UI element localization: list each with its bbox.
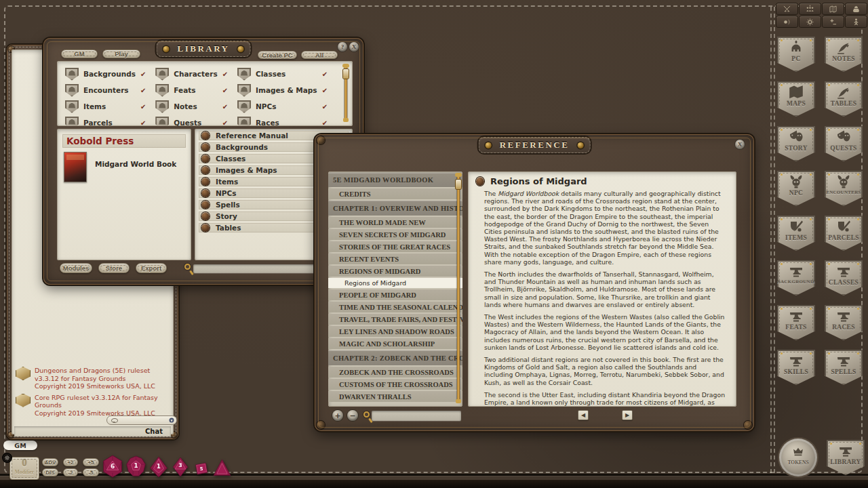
shortcut-spells[interactable]: SPELLS (825, 350, 863, 385)
module-filter-items[interactable]: Items ✔ (65, 98, 155, 115)
toc-item-ley-lines-and-shadow-roads[interactable]: LEY LINES AND SHADOW ROADS (328, 326, 462, 337)
minus5-button[interactable]: -5 (83, 468, 99, 476)
plus2-button[interactable]: +2 (63, 458, 78, 466)
module-midgard-world-book[interactable]: Midgard World Book (64, 152, 184, 182)
library-search-input[interactable] (193, 264, 317, 273)
shortcut-tokens[interactable]: TOKENS (779, 439, 817, 476)
toc-item-travel-trade-fairs-and-festivals[interactable]: TRAVEL, TRADE FAIRS, AND FESTIVALS (328, 314, 462, 325)
plus5-button[interactable]: +5 (83, 458, 99, 466)
chat-mode-button[interactable]: Chat (145, 428, 163, 435)
toc-item-recent-events[interactable]: RECENT EVENTS (328, 253, 462, 264)
library-title-plaque[interactable]: LIBRARY (157, 41, 251, 57)
shortcut-tables[interactable]: TABLES (825, 81, 863, 117)
d20-die[interactable]: 6 (102, 454, 123, 481)
module-filter-npcs[interactable]: NPCs ✔ (237, 98, 337, 115)
help-button[interactable]: ? (338, 42, 347, 52)
dis-button[interactable]: DIS (42, 468, 58, 476)
modules-button[interactable]: Modules (60, 263, 92, 273)
tab-gm[interactable]: GM (61, 49, 98, 58)
module-filter-quests[interactable]: Quests ✔ (155, 115, 237, 126)
zoom-out-button[interactable]: − (347, 410, 358, 421)
tab-all[interactable]: All (301, 51, 338, 59)
d6-die[interactable]: 5 (192, 460, 210, 481)
zoom-in-button[interactable]: + (332, 410, 343, 421)
module-filter-characters[interactable]: Characters ✔ (155, 66, 237, 82)
toc-item-selected-regions-of-midgard[interactable]: Regions of Midgard (328, 278, 462, 288)
gear-icon[interactable] (3, 453, 12, 462)
module-filter-images-maps[interactable]: Images & Maps ✔ (237, 82, 337, 98)
category-link-button[interactable] (201, 189, 210, 197)
shortcut-backgrounds[interactable]: BACKGROUNDS (777, 260, 815, 296)
category-link-button[interactable] (201, 178, 210, 186)
d12-die[interactable]: 1 (125, 455, 146, 481)
shortcut-feats[interactable]: FEATS (777, 305, 815, 340)
toc-item-chapter-1-overview-and-history[interactable]: CHAPTER 1: OVERVIEW AND HISTORY (328, 201, 462, 216)
chat-input[interactable]: Chat (14, 426, 171, 436)
shortcut-encounters[interactable]: ENCOUNTERS (825, 171, 863, 206)
crossed-swords-button[interactable] (776, 3, 797, 14)
export-button[interactable]: Export (136, 263, 167, 273)
toc-scrollbar[interactable] (457, 176, 460, 401)
category-link-button[interactable] (201, 155, 210, 163)
toc-item-seven-secrets-of-midgard[interactable]: SEVEN SECRETS OF MIDGARD (328, 229, 462, 240)
checkmark-icon[interactable]: ✔ (140, 119, 146, 127)
minus2-button[interactable]: -2 (63, 468, 78, 476)
close-icon[interactable]: X (735, 140, 745, 149)
scrollbar[interactable] (344, 66, 347, 119)
shortcut-npc[interactable]: NPC (777, 171, 815, 206)
shortcut-story[interactable]: STORY (777, 126, 815, 161)
toc-item-5e-midgard-worldbook[interactable]: 5E MIDGARD WORLDBOOK (328, 173, 462, 187)
toc-item-chapter-2-zobeck-and-the-crossroads[interactable]: CHAPTER 2: ZOBECK AND THE CROSSROADS (328, 350, 462, 365)
toc-item-people-of-midgard[interactable]: PEOPLE OF MIDGARD (328, 289, 462, 300)
category-link-button[interactable] (201, 212, 210, 220)
shortcut-items[interactable]: ITEMS (777, 216, 815, 251)
toc-item-the-world-made-new[interactable]: THE WORLD MADE NEW (328, 217, 462, 228)
create-pc-button[interactable]: Create PC (258, 51, 297, 59)
module-filter-parcels[interactable]: Parcels ✔ (65, 115, 155, 126)
shortcut-skills[interactable]: SKILLS (777, 350, 815, 385)
category-link-button[interactable] (201, 224, 210, 232)
d10-die[interactable]: 1 (149, 455, 169, 481)
toc-item-dwarven-thralls[interactable]: DWARVEN THRALLS (328, 391, 462, 402)
toc-scrollbar-thumb[interactable] (456, 180, 461, 189)
section-link-button[interactable] (476, 177, 484, 186)
store-button[interactable]: Store (98, 263, 130, 273)
toc-item-zobeck-and-the-crossroads[interactable]: ZOBECK AND THE CROSSROADS (328, 367, 462, 378)
shortcut-maps[interactable]: MAPS (777, 81, 815, 117)
toc-item-regions-of-midgard[interactable]: REGIONS OF MIDGARD (328, 266, 462, 277)
gear-button[interactable] (800, 16, 821, 27)
toc-item-customs-of-the-crossroads[interactable]: CUSTOMS OF THE CROSSROADS (328, 379, 462, 390)
next-page-button[interactable]: ▶ (622, 410, 633, 420)
tab-play[interactable]: Play (102, 49, 140, 58)
reference-search-input[interactable] (372, 411, 461, 421)
checkmark-icon[interactable]: ✔ (140, 87, 146, 94)
sun-moon-button[interactable] (776, 16, 797, 27)
module-filter-feats[interactable]: Feats ✔ (155, 82, 237, 98)
checkmark-icon[interactable]: ✔ (140, 103, 146, 110)
toc-item-credits[interactable]: CREDITS (328, 188, 462, 199)
checkmark-icon[interactable]: ✔ (222, 87, 228, 94)
category-link-button[interactable] (201, 131, 210, 140)
previous-page-button[interactable]: ◀ (578, 410, 589, 420)
shortcut-library[interactable]: LIBRARY (827, 440, 865, 475)
category-link-button[interactable] (201, 166, 210, 174)
module-filter-classes[interactable]: Classes ✔ (237, 66, 337, 82)
reference-title-plaque[interactable]: REFERENCE (479, 137, 591, 153)
checkmark-icon[interactable]: ✔ (222, 103, 228, 110)
party-info-button[interactable] (800, 3, 821, 14)
shortcut-quests[interactable]: QUESTS (825, 126, 863, 161)
shortcut-notes[interactable]: NOTES (825, 37, 863, 72)
checkmark-icon[interactable]: ✔ (222, 70, 228, 78)
checkmark-icon[interactable]: ✔ (322, 70, 328, 78)
checkmark-icon[interactable]: ✔ (140, 70, 146, 78)
checkmark-icon[interactable]: ✔ (222, 119, 228, 127)
modifier-box[interactable]: 0 Modifier (9, 457, 39, 480)
category-link-button[interactable] (201, 201, 210, 209)
shortcut-parcels[interactable]: PARCELS (825, 216, 863, 251)
plus-minus-button[interactable] (823, 16, 844, 27)
d4-die[interactable] (212, 458, 232, 481)
module-filter-encounters[interactable]: Encounters ✔ (65, 82, 155, 98)
adv-button[interactable]: ADV (42, 458, 58, 466)
person-button[interactable] (846, 16, 867, 27)
shortcut-races[interactable]: RACES (825, 305, 863, 340)
